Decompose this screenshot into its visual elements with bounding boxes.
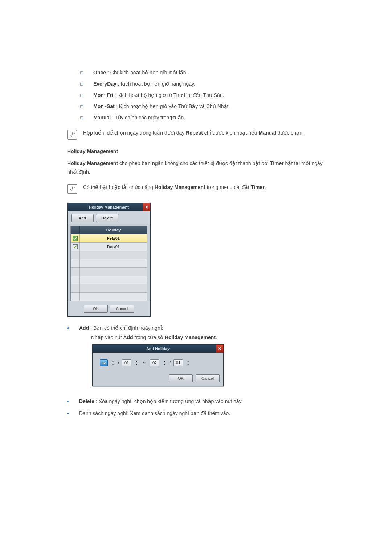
header-check-column[interactable] [71,226,80,234]
note-manual-required: Hộp kiểm để chọn ngày trong tuần dưới đâ… [67,129,334,140]
text: cho phép bạn ngăn không cho các thiết bị… [118,160,270,166]
square-bullet-icon [80,116,83,119]
text: Có thể bật hoặc tắt chức năng [83,184,155,190]
header-holiday-column: Holiday [80,226,147,234]
calendar-icon[interactable]: 12 [100,359,108,366]
table-row-empty [71,284,147,292]
dot-bullet-icon [67,413,69,414]
option-desc: : Kích hoạt bộ hẹn giờ vào Thứ Bảy và Ch… [115,103,230,109]
table-row-empty [71,251,147,259]
text: Add [123,335,133,340]
dialog-close-button[interactable]: ✕ [143,203,150,211]
text: . [265,184,266,190]
repeat-option: Mon~Fri : Kích hoạt bộ hẹn giờ từ Thứ Ha… [80,91,334,99]
to-day-field[interactable]: 01 [173,359,183,366]
repeat-option: Once : Chỉ kích hoạt bộ hẹn giờ một lần. [80,69,334,77]
text: Manual [259,130,276,136]
table-row[interactable]: Feb/01 [71,234,147,242]
dot-bullet-icon [67,327,69,329]
ok-button[interactable]: OK [84,305,108,313]
spinner-icon[interactable]: ▲▼ [186,360,190,366]
table-header: Holiday [71,226,147,234]
separator: / [118,360,119,366]
option-label: Mon~Fri [93,92,113,98]
option-label: EveryDay [93,81,117,87]
hm-toolbar: Add Delete [68,211,150,224]
list-item-delete: Delete : Xóa ngày nghỉ. chọn hộp kiểm tư… [67,397,334,405]
text: Timer [270,160,284,166]
text: Nhấp vào nút [91,335,123,340]
delete-button[interactable]: Delete [96,214,118,222]
dialog-titlebar: Holiday Management ✕ [68,203,150,211]
text: chỉ được kích hoạt nếu [203,130,259,136]
close-icon: ✕ [145,205,148,210]
item-desc: : Bạn có thể chỉ định ngày nghỉ: [89,325,163,331]
repeat-option: Mon~Sat : Kích hoạt bộ hẹn giờ vào Thứ B… [80,103,334,110]
hm-intro-paragraph: Holiday Management cho phép bạn ngăn khô… [67,159,334,177]
note-hm-in-timer: Có thể bật hoặc tắt chức năng Holiday Ma… [67,183,334,194]
item-desc: : Xóa ngày nghỉ. chọn hộp kiểm tương ứng… [94,398,242,404]
table-row-empty [71,292,147,301]
square-bullet-icon [80,94,83,97]
row-checkbox[interactable] [73,244,78,249]
text: Holiday Management [155,184,205,190]
repeat-options-list: Once : Chỉ kích hoạt bộ hẹn giờ một lần.… [80,69,334,122]
table-row-empty [71,267,147,276]
square-bullet-icon [80,83,83,86]
option-label: Mon~Sat [93,103,115,109]
item-label: Add [79,325,89,331]
dot-bullet-icon [67,401,69,402]
text: được chọn. [276,130,304,136]
square-bullet-icon [80,71,83,74]
to-month-field[interactable]: 02 [150,359,159,366]
item-label: Delete [79,398,94,404]
spinner-icon[interactable]: ▲▼ [134,360,139,366]
holiday-management-dialog: Holiday Management ✕ Add Delete Holiday … [67,203,151,317]
repeat-option: Manual : Tùy chỉnh các ngày trong tuần. [80,114,334,122]
list-item-holiday-list: Danh sách ngày nghỉ: Xem danh sách ngày … [67,409,334,417]
spinner-icon[interactable]: ▲▼ [111,360,115,366]
table-row[interactable]: Dec/01 [71,242,147,251]
ok-button[interactable]: OK [169,374,193,382]
cancel-button[interactable]: Cancel [110,305,134,313]
table-row-empty [71,276,147,284]
range-separator: ~ [142,360,147,366]
dialog-title: Holiday Management [89,205,129,209]
note-icon [67,130,77,140]
cancel-button[interactable]: Cancel [196,374,220,382]
row-checkbox[interactable] [73,236,78,241]
dialog-title: Add Holiday [146,346,170,352]
add-button[interactable]: Add [71,214,94,222]
item-desc: Danh sách ngày nghỉ: Xem danh sách ngày … [79,410,230,416]
dialog-close-button[interactable]: ✕ [216,345,223,353]
text: . [216,335,217,340]
section-heading-holiday-management: Holiday Management [67,148,334,154]
option-desc: : Tùy chỉnh các ngày trong tuần. [111,115,185,120]
add-holiday-dialog: Add Holiday ✕ 12 ▲▼ / 01 ▲▼ ~ 02 ▲▼ [92,344,224,386]
dialog-titlebar: Add Holiday ✕ [93,345,223,353]
holiday-cell: Dec/01 [80,243,147,251]
square-bullet-icon [80,105,83,108]
text: trong menu cài đặt [205,184,251,190]
separator: / [170,360,171,366]
note-icon [67,184,77,194]
document-page: Once : Chỉ kích hoạt bộ hẹn giờ một lần.… [0,0,392,457]
holiday-table: Holiday Feb/01 Dec/01 [70,226,147,301]
repeat-option: EveryDay : Kích hoạt bộ hẹn giờ hàng ngà… [80,80,334,88]
spinner-icon[interactable]: ▲▼ [162,360,167,366]
option-label: Once [93,70,106,75]
text: Hộp kiểm để chọn ngày trong tuần dưới đâ… [83,130,186,136]
text: trong cửa sổ [133,335,165,340]
from-month-field[interactable]: 01 [122,359,131,366]
text: Repeat [186,130,203,136]
text: Holiday Management [165,335,216,340]
hm-actions-list: Add : Bạn có thể chỉ định ngày nghỉ: Nhấ… [67,324,334,418]
option-desc: : Kích hoạt bộ hẹn giờ từ Thứ Hai đến Th… [113,92,224,98]
add-holiday-body: 12 ▲▼ / 01 ▲▼ ~ 02 ▲▼ / 01 ▲▼ [93,353,223,372]
item-subtext: Nhấp vào nút Add trong cửa sổ Holiday Ma… [91,333,334,341]
close-icon: ✕ [218,345,221,352]
dialog-footer: OK Cancel [93,372,223,386]
option-desc: : Chỉ kích hoạt bộ hẹn giờ một lần. [106,70,188,75]
text: Holiday Management [67,160,118,166]
option-desc: : Kích hoạt bộ hẹn giờ hàng ngày. [117,81,195,87]
